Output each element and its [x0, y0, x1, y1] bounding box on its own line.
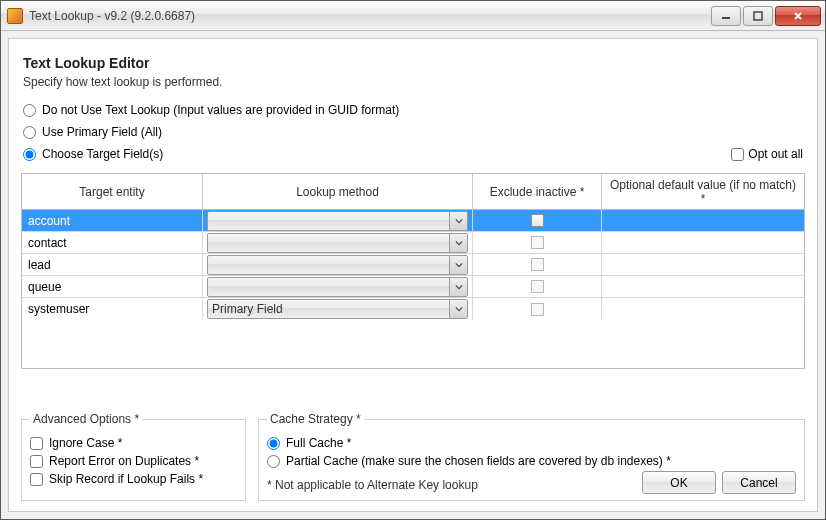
page-subtitle: Specify how text lookup is performed.: [23, 75, 805, 89]
chevron-down-icon: [455, 217, 463, 225]
entity-text: queue: [26, 280, 61, 294]
entity-text: lead: [26, 258, 51, 272]
ignore-case-input[interactable]: [30, 437, 43, 450]
lookup-method-dropdown[interactable]: [207, 211, 468, 231]
exclude-inactive-checkbox[interactable]: [531, 236, 544, 249]
partial-cache-radio[interactable]: Partial Cache (make sure the chosen fiel…: [267, 454, 796, 468]
entity-text: account: [26, 214, 70, 228]
cell-default[interactable]: [602, 298, 804, 320]
lookup-method-dropdown[interactable]: [207, 255, 468, 275]
advanced-options-legend: Advanced Options *: [30, 412, 142, 426]
cell-exclude: [473, 254, 602, 275]
radio-no-text-lookup-input[interactable]: [23, 104, 36, 117]
cancel-button[interactable]: Cancel: [722, 471, 796, 494]
cell-entity: queue: [22, 276, 203, 297]
exclude-inactive-checkbox[interactable]: [531, 280, 544, 293]
radio-use-primary-field[interactable]: Use Primary Field (All): [21, 125, 805, 139]
skip-record-checkbox[interactable]: Skip Record if Lookup Fails *: [30, 472, 237, 486]
app-icon: [7, 8, 23, 24]
lookup-method-dropdown[interactable]: [207, 277, 468, 297]
cell-method: [203, 254, 473, 275]
skip-record-input[interactable]: [30, 473, 43, 486]
full-cache-label: Full Cache *: [286, 436, 351, 450]
table-row[interactable]: account: [22, 210, 804, 232]
report-error-label: Report Error on Duplicates *: [49, 454, 199, 468]
radio-no-text-lookup-label: Do not Use Text Lookup (Input values are…: [42, 103, 399, 117]
exclude-inactive-checkbox[interactable]: [531, 258, 544, 271]
grid-empty-area: [22, 320, 804, 368]
skip-record-label: Skip Record if Lookup Fails *: [49, 472, 203, 486]
table-row[interactable]: queue: [22, 276, 804, 298]
full-cache-input[interactable]: [267, 437, 280, 450]
window: Text Lookup - v9.2 (9.2.0.6687) Text Loo…: [0, 0, 826, 520]
chevron-down-icon: [455, 283, 463, 291]
cell-default[interactable]: [602, 276, 804, 297]
client-area: Text Lookup Editor Specify how text look…: [8, 38, 818, 512]
entity-text: contact: [26, 236, 67, 250]
radio-choose-target-fields[interactable]: Choose Target Field(s): [21, 147, 163, 161]
dropdown-button[interactable]: [449, 212, 467, 230]
cell-exclude: [473, 276, 602, 297]
dropdown-button[interactable]: [449, 300, 467, 318]
cell-entity: lead: [22, 254, 203, 275]
dropdown-button[interactable]: [449, 256, 467, 274]
report-error-checkbox[interactable]: Report Error on Duplicates *: [30, 454, 237, 468]
report-error-input[interactable]: [30, 455, 43, 468]
cell-method: [203, 276, 473, 297]
cell-method: [203, 210, 473, 231]
close-icon: [793, 11, 803, 21]
header-lookup-method: Lookup method: [203, 174, 473, 210]
svg-rect-0: [754, 12, 762, 20]
maximize-icon: [753, 11, 763, 21]
radio-no-text-lookup[interactable]: Do not Use Text Lookup (Input values are…: [21, 103, 805, 117]
radio-use-primary-field-input[interactable]: [23, 126, 36, 139]
lookup-method-dropdown[interactable]: [207, 233, 468, 253]
cell-method: [203, 232, 473, 253]
opt-out-all-label: Opt out all: [748, 147, 803, 161]
radio-choose-target-fields-input[interactable]: [23, 148, 36, 161]
opt-out-all-input[interactable]: [731, 148, 744, 161]
cell-default[interactable]: [602, 254, 804, 275]
minimize-icon: [721, 11, 731, 21]
cell-entity: contact: [22, 232, 203, 253]
entity-text: systemuser: [26, 302, 89, 316]
ok-button[interactable]: OK: [642, 471, 716, 494]
radio-use-primary-field-label: Use Primary Field (All): [42, 125, 162, 139]
table-row[interactable]: contact: [22, 232, 804, 254]
exclude-inactive-checkbox[interactable]: [531, 303, 544, 316]
cell-exclude: [473, 210, 602, 231]
target-fields-grid: Target entity Lookup method Exclude inac…: [21, 173, 805, 369]
ignore-case-checkbox[interactable]: Ignore Case *: [30, 436, 237, 450]
chevron-down-icon: [455, 261, 463, 269]
opt-out-all-checkbox[interactable]: Opt out all: [731, 147, 803, 161]
full-cache-radio[interactable]: Full Cache *: [267, 436, 796, 450]
cell-entity: account: [22, 210, 203, 231]
header-default-value: Optional default value (if no match) *: [602, 174, 804, 210]
chevron-down-icon: [455, 239, 463, 247]
partial-cache-label: Partial Cache (make sure the chosen fiel…: [286, 454, 671, 468]
chevron-down-icon: [455, 305, 463, 313]
page-title: Text Lookup Editor: [23, 55, 805, 71]
window-title: Text Lookup - v9.2 (9.2.0.6687): [29, 9, 195, 23]
exclude-inactive-checkbox[interactable]: [531, 214, 544, 227]
table-row[interactable]: systemuserPrimary Field: [22, 298, 804, 320]
advanced-options-group: Advanced Options * Ignore Case * Report …: [21, 412, 246, 501]
close-button[interactable]: [775, 6, 821, 26]
dropdown-button[interactable]: [449, 234, 467, 252]
grid-body: accountcontactleadqueuesystemuserPrimary…: [22, 210, 804, 320]
ignore-case-label: Ignore Case *: [49, 436, 122, 450]
minimize-button[interactable]: [711, 6, 741, 26]
table-row[interactable]: lead: [22, 254, 804, 276]
dropdown-button[interactable]: [449, 278, 467, 296]
lookup-method-dropdown[interactable]: Primary Field: [207, 299, 468, 319]
partial-cache-input[interactable]: [267, 455, 280, 468]
header-exclude-inactive: Exclude inactive *: [473, 174, 602, 210]
cell-method: Primary Field: [203, 298, 473, 320]
cache-strategy-legend: Cache Strategy *: [267, 412, 364, 426]
maximize-button[interactable]: [743, 6, 773, 26]
cell-default[interactable]: [602, 232, 804, 253]
radio-choose-target-fields-label: Choose Target Field(s): [42, 147, 163, 161]
lookup-method-value: Primary Field: [208, 302, 449, 316]
cell-default[interactable]: [602, 210, 804, 231]
cache-strategy-group: Cache Strategy * Full Cache * Partial Ca…: [258, 412, 805, 501]
